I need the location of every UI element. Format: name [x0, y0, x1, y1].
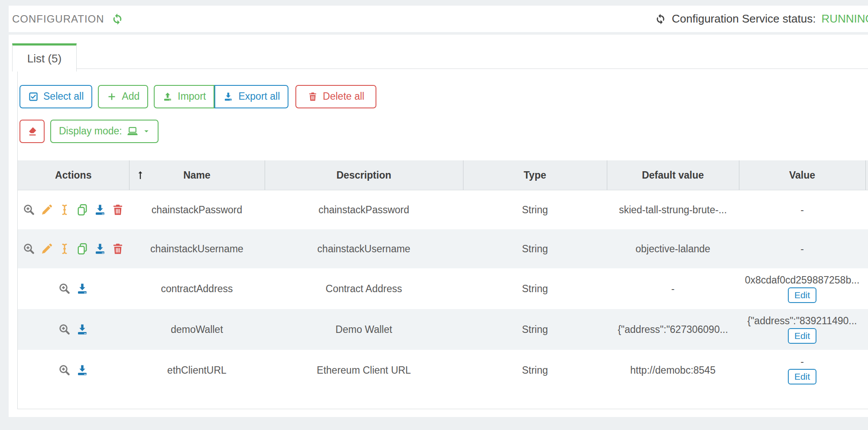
download-icon[interactable] [76, 323, 89, 336]
display-mode-button[interactable]: Display mode: [50, 120, 159, 143]
table-row: chainstackUsernamechainstackUsernameStri… [18, 229, 868, 268]
value-text: - [800, 243, 804, 255]
tab-content: Select all Add Import Export all Delete … [17, 68, 868, 409]
name-cell: chainstackUsername [129, 229, 265, 268]
value-cell: - [739, 229, 865, 268]
pencil-icon[interactable] [40, 203, 53, 216]
status-label: Configuration Service status: [672, 12, 816, 26]
edit-value-button[interactable]: Edit [788, 287, 816, 303]
page-title: CONFIGURATION [12, 13, 104, 25]
column-header-default-value[interactable]: Default value [607, 160, 739, 190]
tab-list-label: List (5) [27, 52, 62, 65]
clipped-cell [865, 309, 868, 350]
copy-icon[interactable] [76, 242, 89, 255]
plus-icon [107, 91, 117, 102]
default-value-cell: objective-lalande [607, 229, 739, 268]
title-wrap: CONFIGURATION [12, 6, 123, 32]
value-cell: {"address":"839211490...Edit [739, 309, 865, 350]
table-row: chainstackPasswordchainstackPasswordStri… [18, 190, 868, 230]
download-icon[interactable] [94, 242, 107, 255]
zoom-in-icon[interactable] [58, 282, 71, 295]
clipped-cell [865, 229, 868, 268]
zoom-in-icon[interactable] [58, 323, 71, 336]
import-button[interactable]: Import [154, 85, 214, 108]
status-value: RUNNING [821, 12, 868, 26]
add-button[interactable]: Add [98, 85, 148, 108]
name-cell: contractAddress [129, 268, 265, 309]
clipped-cell [865, 268, 868, 309]
toolbar-primary: Select all Add Import Export all Delete … [19, 85, 376, 108]
edit-value-button[interactable]: Edit [788, 328, 816, 344]
import-label: Import [178, 91, 206, 103]
value-text: - [800, 356, 804, 368]
service-status: Configuration Service status: RUNNING [655, 6, 868, 32]
export-all-label: Export all [238, 91, 280, 103]
add-label: Add [122, 91, 139, 103]
actions-cell [18, 229, 129, 268]
type-cell: String [463, 268, 607, 309]
table-header-row: ActionsNameDescriptionTypeDefault valueV… [18, 160, 868, 190]
select-all-label: Select all [43, 91, 84, 103]
delete-all-label: Delete all [323, 91, 364, 103]
toolbar-secondary: Display mode: [19, 120, 159, 143]
column-header-actions[interactable]: Actions [18, 160, 129, 190]
table-row: ethClientURLEthereum Client URLStringhtt… [18, 350, 868, 391]
description-cell: Contract Address [265, 268, 463, 309]
actions-cell [18, 309, 129, 350]
column-header-clipped [865, 160, 868, 190]
status-refresh-icon[interactable] [655, 13, 666, 25]
description-cell: chainstackUsername [265, 229, 463, 268]
import-export-group: Import Export all [154, 85, 288, 108]
refresh-icon[interactable] [111, 13, 123, 25]
zoom-in-icon[interactable] [23, 203, 36, 216]
text-cursor-icon[interactable] [58, 203, 71, 216]
delete-all-button[interactable]: Delete all [295, 85, 376, 108]
zoom-in-icon[interactable] [23, 242, 36, 255]
checkbox-checked-icon [28, 91, 39, 102]
select-all-button[interactable]: Select all [19, 85, 92, 108]
description-cell: Demo Wallet [265, 309, 463, 350]
edit-value-button[interactable]: Edit [788, 369, 816, 384]
main-panel: List (5) Select all Add Import Export al… [9, 35, 868, 417]
pencil-icon[interactable] [40, 242, 53, 255]
clipped-cell [865, 350, 868, 391]
column-header-name[interactable]: Name [129, 160, 265, 190]
value-cell: -Edit [739, 350, 865, 391]
trash-icon[interactable] [111, 242, 124, 255]
download-icon[interactable] [76, 282, 89, 295]
column-header-label: Actions [55, 169, 91, 181]
column-header-label: Description [337, 169, 392, 181]
zoom-in-icon[interactable] [58, 364, 71, 377]
eraser-icon [26, 126, 38, 137]
description-cell: Ethereum Client URL [265, 350, 463, 391]
default-value-cell: skied-tall-strung-brute-... [607, 190, 739, 230]
display-mode-label: Display mode: [59, 125, 122, 137]
column-header-label: Default value [642, 169, 704, 181]
config-table-body: chainstackPasswordchainstackPasswordStri… [18, 190, 868, 391]
type-cell: String [463, 309, 607, 350]
top-header: CONFIGURATION Configuration Service stat… [9, 6, 868, 32]
column-header-label: Value [789, 169, 815, 181]
tab-list[interactable]: List (5) [12, 43, 77, 72]
text-cursor-icon[interactable] [58, 242, 71, 255]
default-value-cell: {"address":"627306090... [607, 309, 739, 350]
download-icon[interactable] [94, 203, 107, 216]
trash-icon[interactable] [111, 203, 124, 216]
actions-cell [18, 190, 129, 230]
page: { "header": { "title": "CONFIGURATION", … [0, 0, 868, 430]
clear-selection-button[interactable] [19, 120, 45, 143]
download-icon [223, 91, 233, 102]
download-icon[interactable] [76, 364, 89, 377]
actions-cell [18, 350, 129, 391]
value-text: 0x8cdaf0cd259887258b... [745, 274, 860, 286]
column-header-value[interactable]: Value [739, 160, 865, 190]
name-cell: chainstackPassword [129, 190, 265, 230]
export-all-button[interactable]: Export all [214, 85, 288, 108]
value-text: - [800, 204, 804, 216]
column-header-type[interactable]: Type [463, 160, 607, 190]
column-header-label: Name [183, 169, 211, 181]
column-header-description[interactable]: Description [265, 160, 463, 190]
copy-icon[interactable] [76, 203, 89, 216]
upload-icon [162, 91, 173, 102]
column-header-label: Type [524, 169, 546, 181]
